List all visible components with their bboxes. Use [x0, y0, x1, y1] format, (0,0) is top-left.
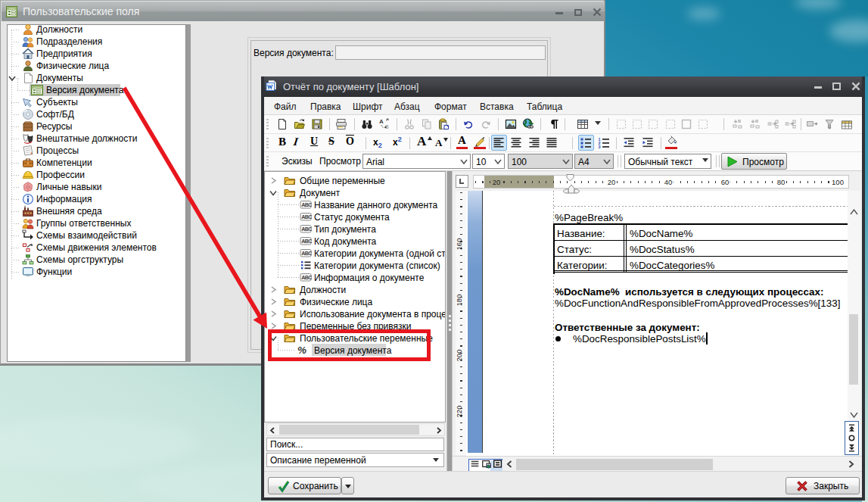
svg-text:%: % — [297, 345, 306, 356]
svg-text:A: A — [379, 118, 384, 125]
svg-text:ABC: ABC — [301, 250, 312, 257]
svg-text:ABC: ABC — [301, 201, 312, 208]
svg-text:ABC: ABC — [301, 214, 312, 220]
svg-text:3: 3 — [599, 145, 601, 149]
svg-text:ABC: ABC — [301, 226, 312, 232]
svg-text:ABC: ABC — [301, 274, 312, 281]
svg-text:ABC: ABC — [301, 238, 312, 245]
